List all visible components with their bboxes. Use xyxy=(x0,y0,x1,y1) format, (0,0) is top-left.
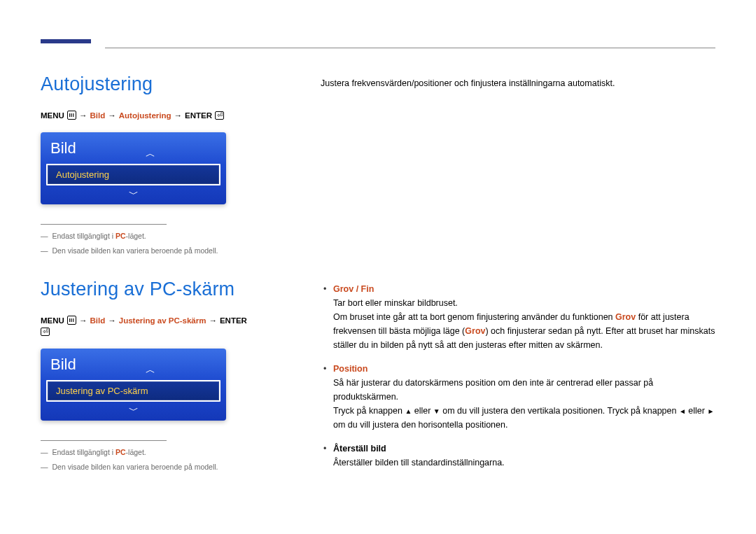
grov-fin-p1: Tar bort eller minskar bildbruset. xyxy=(333,296,715,310)
arrow-icon: → xyxy=(174,111,183,120)
left-arrow-icon: ◄ xyxy=(679,406,686,417)
item-title-position: Position xyxy=(333,362,715,376)
breadcrumb-menu: MENU xyxy=(41,316,64,325)
section-title-autojustering: Autojustering xyxy=(41,73,258,95)
note-image-vary: ― Den visade bilden kan variera beroende… xyxy=(41,463,258,471)
list-item-position: Position Så här justerar du datorskärmen… xyxy=(321,362,715,432)
caret-down-icon: ﹀ xyxy=(46,404,220,416)
menu-icon xyxy=(67,316,76,325)
breadcrumb-enter: ENTER xyxy=(185,111,212,120)
list-item-aterstall: Återställ bild Återställer bilden till s… xyxy=(321,442,715,470)
aterstall-p1: Återställer bilden till standardinställn… xyxy=(333,456,715,470)
note-image-vary: ― Den visade bilden kan variera beroende… xyxy=(41,246,258,255)
breadcrumb-item: Justering av PC-skärm xyxy=(119,316,206,325)
breadcrumb-pc-skarm: MENU → Bild → Justering av PC-skärm → EN… xyxy=(41,316,258,336)
section-title-pc-skarm: Justering av PC-skärm xyxy=(41,279,258,300)
menu-icon xyxy=(67,111,76,120)
header-accent-bar xyxy=(41,39,91,43)
enter-icon xyxy=(41,328,50,336)
up-arrow-icon: ▲ xyxy=(405,406,412,417)
grov-fin-p2: Om bruset inte går att ta bort genom fin… xyxy=(333,310,715,352)
breadcrumb-bild: Bild xyxy=(90,316,106,325)
caret-up-icon: ︿ xyxy=(80,148,220,162)
arrow-icon: → xyxy=(108,111,116,120)
osd-panel-pc-skarm: Bild ︿ Justering av PC-skärm ﹀ xyxy=(41,349,226,421)
breadcrumb-autojustering: MENU → Bild → Autojustering → ENTER xyxy=(41,111,258,120)
divider xyxy=(41,224,167,225)
arrow-icon: → xyxy=(79,111,88,120)
osd-title: Bild xyxy=(46,354,80,378)
settings-list: Grov / Fin Tar bort eller minskar bildbr… xyxy=(321,282,715,470)
item-title-grov: Grov xyxy=(333,284,354,294)
position-p2: Tryck på knappen ▲ eller ▼ om du vill ju… xyxy=(333,404,715,432)
breadcrumb-menu: MENU xyxy=(41,111,64,120)
breadcrumb-bild: Bild xyxy=(90,111,106,120)
position-p1: Så här justerar du datorskärmens positio… xyxy=(333,376,715,404)
item-title-fin: Fin xyxy=(361,284,374,294)
header-rule xyxy=(105,48,715,48)
arrow-icon: → xyxy=(209,316,217,325)
osd-panel-autojustering: Bild ︿ Autojustering ﹀ xyxy=(41,132,226,204)
down-arrow-icon: ▼ xyxy=(433,406,440,417)
caret-up-icon: ︿ xyxy=(80,364,220,378)
caret-down-icon: ﹀ xyxy=(46,188,220,200)
arrow-icon: → xyxy=(79,316,88,325)
osd-title: Bild xyxy=(46,138,80,162)
arrow-icon: → xyxy=(108,316,116,325)
item-title-aterstall: Återställ bild xyxy=(333,442,715,456)
osd-selected-item: Autojustering xyxy=(46,164,220,185)
enter-icon xyxy=(215,111,224,120)
divider xyxy=(41,440,167,441)
breadcrumb-enter: ENTER xyxy=(220,316,247,325)
note-pc-mode: ― Endast tillgängligt i PC-läget. xyxy=(41,232,258,240)
right-arrow-icon: ► xyxy=(707,406,714,417)
osd-selected-item: Justering av PC-skärm xyxy=(46,380,220,402)
list-item-grov-fin: Grov / Fin Tar bort eller minskar bildbr… xyxy=(321,282,715,352)
note-pc-mode: ― Endast tillgängligt i PC-läget. xyxy=(41,448,258,456)
section1-description: Justera frekvensvärden/positioner och fi… xyxy=(321,76,715,90)
breadcrumb-item: Autojustering xyxy=(119,111,172,120)
